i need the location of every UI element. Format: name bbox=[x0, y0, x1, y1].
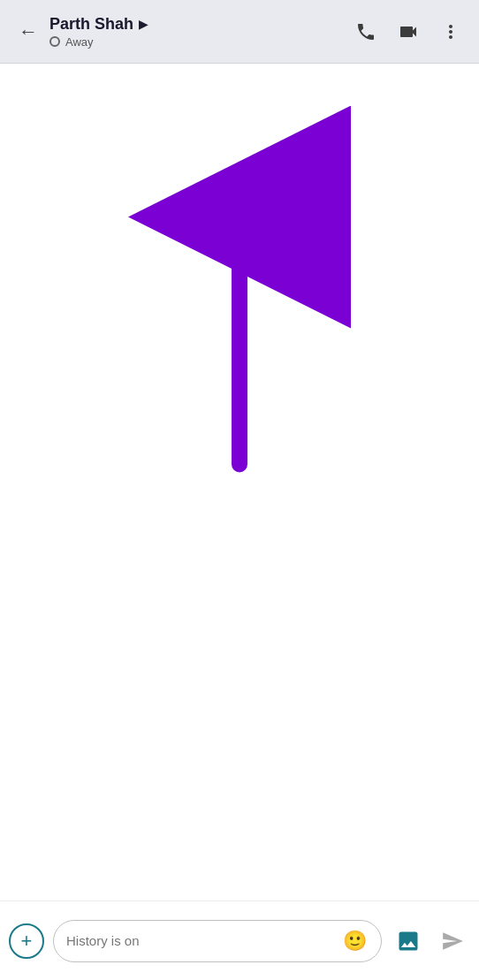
back-icon: ← bbox=[19, 20, 38, 43]
emoji-icon: 🙂 bbox=[343, 930, 367, 953]
phone-icon bbox=[355, 21, 376, 42]
chevron-right-icon: ▶ bbox=[139, 17, 148, 31]
bottom-bar: + 🙂 bbox=[0, 900, 479, 980]
plus-icon: + bbox=[21, 931, 33, 951]
video-icon bbox=[398, 21, 419, 42]
contact-name: Parth Shah bbox=[49, 15, 133, 34]
chat-area bbox=[0, 64, 479, 900]
screen: ← Parth Shah ▶ Away bbox=[0, 0, 479, 980]
image-button[interactable] bbox=[391, 923, 426, 959]
add-button[interactable]: + bbox=[9, 923, 44, 959]
back-button[interactable]: ← bbox=[11, 14, 46, 49]
contact-status: Away bbox=[49, 35, 348, 49]
header-actions bbox=[348, 14, 468, 49]
contact-info: Parth Shah ▶ Away bbox=[46, 15, 348, 49]
image-icon bbox=[396, 929, 421, 953]
more-options-button[interactable] bbox=[433, 14, 468, 49]
status-circle-icon bbox=[49, 36, 60, 47]
annotation-arrow bbox=[0, 64, 479, 900]
send-button[interactable] bbox=[435, 923, 470, 959]
call-button[interactable] bbox=[348, 14, 384, 49]
message-input-wrapper[interactable]: 🙂 bbox=[53, 920, 382, 962]
contact-name-row[interactable]: Parth Shah ▶ bbox=[49, 15, 348, 34]
more-vertical-icon bbox=[440, 21, 461, 42]
video-call-button[interactable] bbox=[391, 14, 426, 49]
emoji-button[interactable]: 🙂 bbox=[340, 927, 369, 955]
message-input[interactable] bbox=[66, 933, 340, 948]
status-label: Away bbox=[65, 35, 94, 49]
send-icon bbox=[441, 930, 464, 953]
top-bar: ← Parth Shah ▶ Away bbox=[0, 0, 479, 64]
